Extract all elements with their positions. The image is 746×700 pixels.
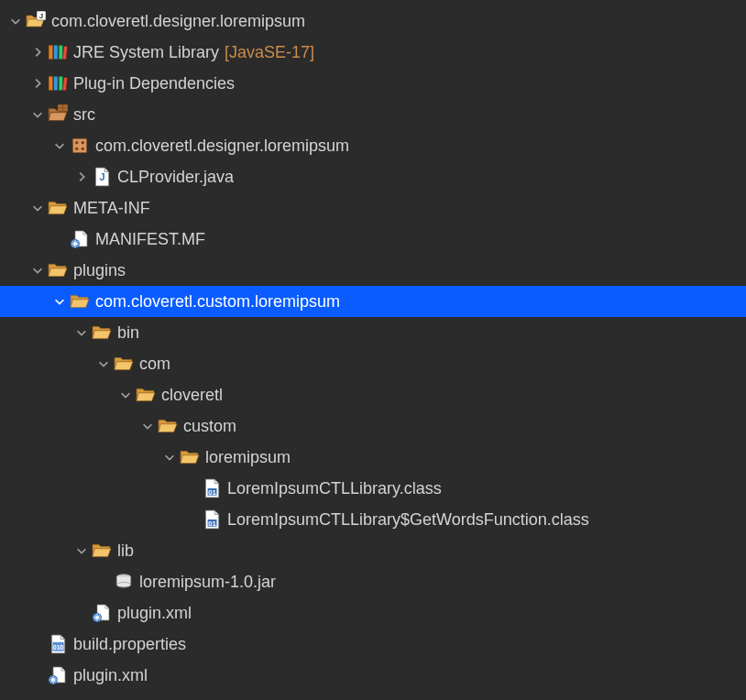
java-file-icon [92, 167, 112, 187]
tree-item-annotation: [JavaSE-17] [225, 43, 314, 62]
tree-item-cloveretl[interactable]: cloveretl [0, 379, 746, 410]
tree-item-label: bin [117, 323, 139, 343]
chevron-right-icon[interactable] [73, 169, 90, 185]
class-file-icon [202, 478, 222, 498]
tree-item-custom[interactable]: custom [0, 410, 746, 442]
tree-item-label: com.cloveretl.custom.loremipsum [95, 292, 340, 312]
chevron-down-icon[interactable] [29, 262, 46, 279]
tree-item-plugins[interactable]: plugins [0, 255, 746, 286]
chevron-down-icon[interactable] [29, 106, 46, 123]
tree-item-src-package[interactable]: com.cloveretl.designer.loremipsum [0, 130, 746, 161]
source-folder-icon [48, 104, 68, 125]
chevron-down-icon[interactable] [73, 324, 90, 341]
tree-item-jar[interactable]: loremipsum-1.0.jar [0, 566, 746, 597]
xml-file-icon [92, 603, 112, 623]
tree-item-manifest[interactable]: MANIFEST.MF [0, 224, 746, 255]
tree-item-label: LoremIpsumCTLLibrary.class [227, 479, 442, 498]
tree-item-label: CLProvider.java [117, 168, 234, 187]
library-icon [48, 73, 68, 93]
chevron-down-icon[interactable] [73, 542, 90, 559]
tree-item-label: plugin.xml [73, 666, 148, 685]
tree-item-label: loremipsum-1.0.jar [139, 573, 276, 592]
tree-item-label: plugins [73, 261, 126, 280]
folder-icon [92, 323, 112, 343]
tree-item-label: cloveretl [161, 386, 223, 405]
tree-item-loremipsum[interactable]: loremipsum [0, 442, 746, 473]
project-icon [26, 11, 46, 31]
tree-item-label: src [73, 105, 95, 125]
tree-item-lib[interactable]: lib [0, 535, 746, 566]
tree-item-class-file[interactable]: LoremIpsumCTLLibrary.class [0, 473, 746, 504]
tree-item-label: com.cloveretl.designer.loremipsum [95, 137, 349, 156]
tree-item-label: custom [183, 417, 236, 436]
tree-item-label: com [139, 355, 170, 374]
chevron-down-icon[interactable] [29, 200, 46, 216]
tree-item-label: loremipsum [205, 448, 291, 467]
folder-icon [48, 198, 68, 218]
tree-item-custom-plugin[interactable]: com.cloveretl.custom.loremipsum [0, 286, 746, 317]
xml-file-icon [70, 229, 90, 249]
chevron-down-icon[interactable] [95, 355, 112, 372]
library-icon [48, 42, 68, 62]
tree-item-com[interactable]: com [0, 348, 746, 379]
tree-item-build-properties[interactable]: build.properties [0, 629, 746, 660]
folder-icon [70, 291, 90, 312]
folder-icon [92, 541, 112, 561]
tree-item-class-file[interactable]: LoremIpsumCTLLibrary$GetWordsFunction.cl… [0, 504, 746, 535]
tree-item-project[interactable]: com.cloveretl.designer.loremipsum [0, 5, 746, 37]
chevron-down-icon[interactable] [139, 418, 156, 434]
tree-item-jre[interactable]: JRE System Library [JavaSE-17] [0, 37, 746, 68]
tree-item-plugin-deps[interactable]: Plug-in Dependencies [0, 68, 746, 99]
folder-icon [114, 354, 134, 374]
tree-item-bin[interactable]: bin [0, 317, 746, 348]
folder-icon [158, 416, 178, 436]
chevron-down-icon[interactable] [161, 449, 178, 465]
chevron-down-icon[interactable] [51, 137, 68, 154]
tree-item-label: build.properties [73, 635, 186, 654]
folder-icon [136, 385, 156, 405]
tree-item-label: JRE System Library [73, 43, 219, 62]
properties-file-icon [48, 634, 68, 654]
class-file-icon [202, 509, 222, 530]
tree-item-label: LoremIpsumCTLLibrary$GetWordsFunction.cl… [227, 510, 589, 530]
folder-icon [48, 260, 68, 280]
project-tree[interactable]: com.cloveretl.designer.loremipsum JRE Sy… [0, 0, 746, 691]
tree-item-label: Plug-in Dependencies [73, 74, 235, 93]
tree-item-metainf[interactable]: META-INF [0, 192, 746, 224]
tree-item-src[interactable]: src [0, 99, 746, 130]
tree-item-label: com.cloveretl.designer.loremipsum [51, 12, 305, 31]
chevron-down-icon[interactable] [117, 387, 134, 403]
tree-item-plugin-xml[interactable]: plugin.xml [0, 660, 746, 691]
folder-icon [180, 447, 200, 467]
tree-item-label: META-INF [73, 199, 150, 218]
chevron-right-icon[interactable] [29, 75, 46, 92]
xml-file-icon [48, 665, 68, 685]
chevron-right-icon[interactable] [29, 44, 46, 60]
tree-item-label: MANIFEST.MF [95, 230, 205, 249]
jar-icon [114, 572, 134, 592]
chevron-down-icon[interactable] [51, 293, 68, 310]
tree-item-label: lib [117, 541, 134, 561]
package-icon [70, 136, 90, 156]
tree-item-clprovider[interactable]: CLProvider.java [0, 161, 746, 192]
chevron-down-icon[interactable] [7, 13, 24, 29]
tree-item-plugin-xml[interactable]: plugin.xml [0, 597, 746, 629]
tree-item-label: plugin.xml [117, 604, 192, 623]
